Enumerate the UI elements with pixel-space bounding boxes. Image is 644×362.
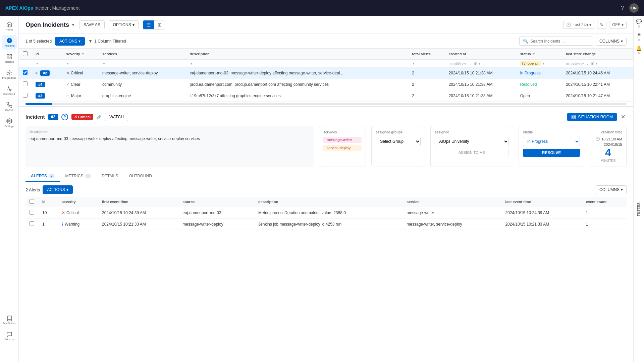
last-state-filter[interactable]: mm/dd/yyyy --:-- ▣ ▼ — [566, 62, 598, 65]
status-filter-icon[interactable]: ▼ — [532, 52, 535, 56]
alert-first-event-cell: 2024/10/15 10:21:33 AM — [98, 219, 178, 230]
alerts-select-all[interactable] — [30, 199, 34, 204]
sidebar-item-trial[interactable]: Trial Guides — [2, 312, 17, 327]
grid-view-button[interactable]: ⊞ — [154, 20, 165, 29]
created-at-filter[interactable]: mm/dd/yyyy --:-- ▣ ▼ — [449, 62, 481, 65]
status-select[interactable]: In Progress — [523, 137, 580, 146]
actions-button[interactable]: ACTIONS ▾ — [55, 37, 85, 46]
sidebar-item-incidents[interactable]: Incidents — [2, 35, 17, 50]
row-checkbox-2[interactable] — [23, 81, 28, 86]
svg-rect-1 — [7, 54, 9, 56]
total-alerts-cell: 2 — [408, 90, 445, 102]
select-all-checkbox[interactable] — [23, 51, 28, 56]
status-filter-tag[interactable]: (3) open,ir — [520, 61, 541, 66]
incidents-table: id severity ▼ services description total… — [19, 49, 633, 102]
incidents-icon — [6, 38, 12, 44]
sidebar-item-insights[interactable]: Insights — [2, 51, 17, 66]
tab-details[interactable]: DETAILS — [96, 171, 123, 182]
status-cell: Resolved — [520, 82, 537, 87]
incident-id-badge[interactable]: #3 — [36, 93, 45, 99]
critical-x-icon: ✕ — [74, 115, 77, 119]
assign-to-me-button[interactable]: ASSIGN TO ME — [435, 149, 509, 156]
sidebar-item-integrations[interactable]: Integrations — [2, 67, 17, 82]
incident-id-badge[interactable]: #4 — [36, 82, 45, 87]
tab-outbound[interactable]: OUTBOUND — [123, 171, 157, 182]
description-filter-icon[interactable]: ▼ — [190, 62, 193, 65]
toggle-caret: ▾ — [622, 22, 624, 27]
severity-col-filter-icon[interactable]: ▼ — [66, 62, 69, 65]
tab-alerts[interactable]: ALERTS 2 — [25, 171, 60, 182]
refresh-button[interactable]: ↻ — [597, 21, 606, 29]
filter-info: ▼ 1 Column Filtered — [88, 39, 126, 44]
alerts-actions-label: ACTIONS — [47, 187, 65, 192]
sidebar-item-correlate[interactable]: Correlate & — [2, 83, 17, 98]
alert-id-cell: 1 — [38, 219, 58, 230]
eye-panel-icon[interactable]: 👁 0 — [637, 32, 641, 42]
detail-incident-id[interactable]: #2 — [48, 114, 58, 120]
filter-text: 1 Column Filtered — [94, 39, 126, 44]
chat-panel-icon[interactable]: 💬 0 — [636, 19, 642, 28]
help-icon[interactable]: ? — [621, 5, 624, 11]
situation-room-button[interactable]: SITUATION ROOM — [567, 113, 617, 121]
id-filter-icon[interactable]: ▼ — [36, 62, 39, 65]
sidebar-item-home[interactable]: Home — [2, 19, 17, 34]
col-status: status ▼ — [516, 49, 562, 60]
search-input[interactable] — [530, 39, 589, 44]
row-checkbox-1[interactable] — [23, 70, 28, 75]
alerts-columns-caret: ▾ — [621, 187, 623, 192]
alerts-columns-button[interactable]: COLUMNS ▾ — [596, 185, 627, 194]
detail-header-right: SITUATION ROOM ✕ — [567, 112, 627, 121]
assignee-select[interactable]: AIOps University — [435, 137, 509, 146]
incidents-toolbar: 1 of 5 selected ACTIONS ▾ ▼ 1 Column Fil… — [19, 34, 633, 49]
columns-button[interactable]: COLUMNS ▾ — [596, 37, 627, 46]
alerts-section: 2 Alerts ACTIONS ▾ COLUMNS ▾ — [25, 182, 627, 230]
bell-panel-icon[interactable]: 🔔 0 — [636, 46, 642, 55]
row-checkbox-3[interactable] — [23, 93, 28, 98]
alert-checkbox-1[interactable] — [30, 210, 34, 215]
alert-source-cell: eaj-damenport-mq-03 — [178, 207, 254, 219]
refresh-icon: ↻ — [600, 22, 603, 27]
home-icon — [6, 21, 12, 27]
options-button[interactable]: OPTIONS ▾ — [109, 20, 139, 29]
incident-id-badge[interactable]: #2 — [40, 70, 50, 76]
alert-checkbox-2[interactable] — [30, 221, 34, 226]
alert-col-service: service — [402, 197, 501, 207]
alerts-actions-button[interactable]: ACTIONS ▾ — [43, 185, 72, 194]
save-as-button[interactable]: SAVE AS — [79, 20, 105, 29]
total-alerts-filter-icon[interactable]: ▼ — [412, 62, 415, 65]
time-filter[interactable]: 🕐 Last 24h ▾ — [563, 21, 594, 29]
alert-id-cell: 10 — [38, 207, 58, 219]
sidebar-item-settings[interactable]: Settings — [2, 115, 17, 130]
sidebar-item-incidents-label: Incidents — [4, 44, 14, 47]
severity-cell: ⚠ Major — [66, 94, 94, 98]
toggle-label: OFF — [612, 22, 620, 27]
severity-filter-icon[interactable]: ▼ — [82, 52, 85, 56]
table-row: ▶ #2 ✕ Critical message-writer, service-… — [19, 67, 633, 79]
toggle-button[interactable]: OFF ▾ — [609, 21, 627, 29]
services-filter-icon[interactable]: ▼ — [102, 62, 106, 65]
assigned-group-select[interactable]: Select Group — [376, 137, 421, 146]
link-icon[interactable]: 🔗 — [97, 115, 102, 119]
sidebar-item-oncall[interactable]: OnCall — [2, 99, 17, 114]
alerts-columns-label: COLUMNS — [599, 187, 620, 192]
close-panel-button[interactable]: ✕ — [620, 112, 627, 121]
horizontal-scrollbar[interactable] — [25, 103, 627, 105]
tab-metrics[interactable]: METRICS 1 — [60, 171, 97, 182]
sidebar-item-talk[interactable]: Talk to us — [2, 328, 17, 343]
filter-icon: ▼ — [88, 39, 92, 44]
columns-caret: ▾ — [621, 39, 623, 44]
sidebar-expand-btn[interactable]: › — [2, 345, 17, 359]
page-title[interactable]: Open Incidents ▼ — [25, 21, 75, 28]
scrollbar-thumb[interactable] — [25, 103, 52, 105]
bell-icon: 🔔 — [636, 46, 642, 51]
expand-row-icon[interactable]: ▶ — [36, 71, 38, 75]
services-tags: message-writer service-deploy — [323, 137, 362, 151]
alert-critical-icon: ✕ — [62, 210, 65, 215]
top-nav: APEX AIOps Incident Management ? UN — [0, 0, 644, 16]
watch-button[interactable]: WATCH — [105, 113, 128, 121]
list-view-button[interactable]: ☰ — [143, 20, 154, 29]
sidebar: Home Incidents Insights Integrations Cor… — [0, 16, 19, 362]
resolve-button[interactable]: RESOLVE — [523, 149, 580, 157]
user-avatar[interactable]: UN — [629, 3, 639, 13]
filters-label[interactable]: FILTERS — [636, 201, 641, 218]
